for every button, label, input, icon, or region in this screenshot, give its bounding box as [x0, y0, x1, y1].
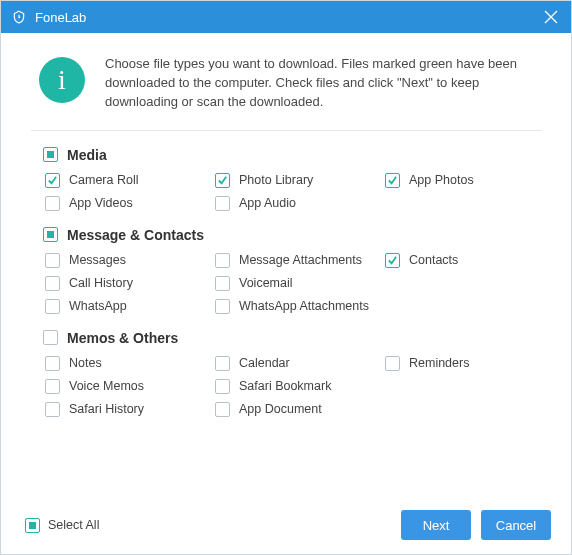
- chk-label: Reminders: [409, 356, 469, 370]
- chk-label: Notes: [69, 356, 102, 370]
- chk-label: Messages: [69, 253, 126, 267]
- content: Media Camera Roll Photo Library App Phot…: [1, 143, 571, 499]
- checkbox-icon: [385, 253, 400, 268]
- chk-voice-memos[interactable]: Voice Memos: [45, 379, 215, 394]
- next-button[interactable]: Next: [401, 510, 471, 540]
- chk-label: WhatsApp: [69, 299, 127, 313]
- checkbox-icon: [43, 330, 58, 345]
- chk-label: Safari Bookmark: [239, 379, 331, 393]
- checkbox-icon: [385, 173, 400, 188]
- chk-label: Safari History: [69, 402, 144, 416]
- select-all-checkbox[interactable]: Select All: [25, 518, 99, 533]
- close-icon[interactable]: [539, 5, 563, 29]
- checkbox-icon: [43, 227, 58, 242]
- chk-safari-bookmark[interactable]: Safari Bookmark: [215, 379, 385, 394]
- chk-app-videos[interactable]: App Videos: [45, 196, 215, 211]
- cancel-button[interactable]: Cancel: [481, 510, 551, 540]
- checkbox-icon: [215, 196, 230, 211]
- app-title: FoneLab: [35, 10, 539, 25]
- select-all-label: Select All: [48, 518, 99, 532]
- chk-photo-library[interactable]: Photo Library: [215, 173, 385, 188]
- group-media-checkbox[interactable]: Media: [43, 147, 537, 163]
- chk-messages[interactable]: Messages: [45, 253, 215, 268]
- checkbox-icon: [215, 253, 230, 268]
- chk-label: Voicemail: [239, 276, 293, 290]
- app-shield-icon: [11, 9, 27, 25]
- chk-reminders[interactable]: Reminders: [385, 356, 537, 371]
- chk-camera-roll[interactable]: Camera Roll: [45, 173, 215, 188]
- chk-app-document[interactable]: App Document: [215, 402, 385, 417]
- chk-message-attachments[interactable]: Message Attachments: [215, 253, 385, 268]
- chk-calendar[interactable]: Calendar: [215, 356, 385, 371]
- chk-contacts[interactable]: Contacts: [385, 253, 537, 268]
- group-memos-label: Memos & Others: [67, 330, 178, 346]
- checkbox-icon: [45, 276, 60, 291]
- checkbox-icon: [215, 173, 230, 188]
- checkbox-icon: [25, 518, 40, 533]
- chk-label: Voice Memos: [69, 379, 144, 393]
- chk-label: App Document: [239, 402, 322, 416]
- checkbox-icon: [45, 196, 60, 211]
- checkbox-icon: [385, 356, 400, 371]
- chk-whatsapp-attachments[interactable]: WhatsApp Attachments: [215, 299, 385, 314]
- chk-label: Calendar: [239, 356, 290, 370]
- chk-label: App Photos: [409, 173, 474, 187]
- checkbox-icon: [215, 356, 230, 371]
- chk-app-photos[interactable]: App Photos: [385, 173, 537, 188]
- group-memos: Memos & Others Notes Calendar Reminders: [43, 330, 537, 417]
- chk-label: Photo Library: [239, 173, 313, 187]
- checkbox-icon: [45, 253, 60, 268]
- checkbox-icon: [45, 379, 60, 394]
- chk-voicemail[interactable]: Voicemail: [215, 276, 385, 291]
- checkbox-icon: [45, 356, 60, 371]
- chk-label: WhatsApp Attachments: [239, 299, 369, 313]
- checkbox-icon: [45, 402, 60, 417]
- checkbox-icon: [43, 147, 58, 162]
- group-memos-checkbox[interactable]: Memos & Others: [43, 330, 537, 346]
- info-icon: i: [39, 57, 85, 103]
- chk-whatsapp[interactable]: WhatsApp: [45, 299, 215, 314]
- checkbox-icon: [45, 173, 60, 188]
- chk-app-audio[interactable]: App Audio: [215, 196, 385, 211]
- chk-label: Message Attachments: [239, 253, 362, 267]
- chk-call-history[interactable]: Call History: [45, 276, 215, 291]
- footer: Select All Next Cancel: [1, 499, 571, 554]
- chk-label: Call History: [69, 276, 133, 290]
- chk-label: App Videos: [69, 196, 133, 210]
- chk-safari-history[interactable]: Safari History: [45, 402, 215, 417]
- group-media-label: Media: [67, 147, 107, 163]
- chk-label: Contacts: [409, 253, 458, 267]
- checkbox-icon: [215, 379, 230, 394]
- group-media: Media Camera Roll Photo Library App Phot…: [43, 147, 537, 211]
- checkbox-icon: [215, 299, 230, 314]
- group-contacts: Message & Contacts Messages Message Atta…: [43, 227, 537, 314]
- checkbox-icon: [215, 402, 230, 417]
- hero-text: Choose file types you want to download. …: [105, 55, 541, 112]
- titlebar: FoneLab: [1, 1, 571, 33]
- hero: i Choose file types you want to download…: [1, 33, 571, 128]
- chk-label: App Audio: [239, 196, 296, 210]
- checkbox-icon: [215, 276, 230, 291]
- checkbox-icon: [45, 299, 60, 314]
- group-contacts-label: Message & Contacts: [67, 227, 204, 243]
- group-contacts-checkbox[interactable]: Message & Contacts: [43, 227, 537, 243]
- app-window: FoneLab i Choose file types you want to …: [0, 0, 572, 555]
- chk-label: Camera Roll: [69, 173, 138, 187]
- divider: [31, 130, 541, 131]
- chk-notes[interactable]: Notes: [45, 356, 215, 371]
